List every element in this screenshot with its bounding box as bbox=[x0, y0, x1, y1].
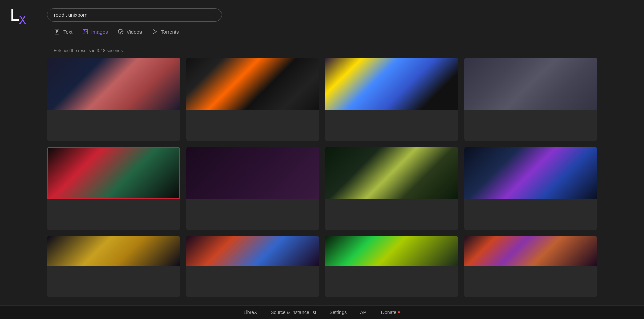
results-text: Fetched the results in 3.18 seconds bbox=[54, 48, 123, 53]
image-card-5[interactable] bbox=[47, 147, 180, 230]
tab-torrents-label: Torrents bbox=[161, 29, 179, 35]
image-card-4[interactable] bbox=[464, 58, 597, 141]
svg-point-7 bbox=[120, 31, 121, 33]
image-card-9[interactable] bbox=[47, 236, 180, 297]
tab-videos[interactable]: Videos bbox=[117, 28, 142, 37]
image-card-6[interactable] bbox=[186, 147, 319, 230]
image-icon bbox=[82, 28, 89, 35]
image-grid bbox=[0, 58, 644, 297]
search-bar bbox=[47, 8, 222, 22]
logo[interactable]: Lx bbox=[10, 6, 37, 24]
tab-images-label: Images bbox=[91, 29, 108, 35]
image-card-3[interactable] bbox=[325, 58, 458, 141]
header: Lx bbox=[0, 0, 644, 24]
image-thumbnail-1 bbox=[47, 58, 180, 110]
image-thumbnail-2 bbox=[186, 58, 319, 110]
footer-settings[interactable]: Settings bbox=[330, 310, 347, 315]
svg-marker-12 bbox=[153, 29, 157, 34]
tab-images[interactable]: Images bbox=[82, 28, 108, 37]
image-card-1[interactable] bbox=[47, 58, 180, 141]
logo-l: L bbox=[10, 5, 18, 25]
image-card-12[interactable] bbox=[464, 236, 597, 297]
image-card-7[interactable] bbox=[325, 147, 458, 230]
footer-donate[interactable]: Donate ♥ bbox=[381, 310, 400, 315]
image-card-2[interactable] bbox=[186, 58, 319, 141]
footer: LibreX Source & Instance list Settings A… bbox=[0, 305, 644, 319]
image-thumbnail-10 bbox=[186, 236, 319, 266]
image-thumbnail-9 bbox=[47, 236, 180, 266]
image-thumbnail-6 bbox=[186, 147, 319, 199]
footer-librex[interactable]: LibreX bbox=[244, 310, 257, 315]
footer-donate-label: Donate bbox=[381, 310, 396, 315]
footer-api[interactable]: API bbox=[360, 310, 368, 315]
heart-icon: ♥ bbox=[398, 310, 400, 315]
tab-videos-label: Videos bbox=[127, 29, 142, 35]
image-thumbnail-3 bbox=[325, 58, 458, 110]
image-thumbnail-4 bbox=[464, 58, 597, 110]
image-card-8[interactable] bbox=[464, 147, 597, 230]
image-thumbnail-8 bbox=[464, 147, 597, 199]
video-icon bbox=[117, 28, 124, 35]
image-card-10[interactable] bbox=[186, 236, 319, 297]
footer-source-instance[interactable]: Source & Instance list bbox=[271, 310, 316, 315]
image-thumbnail-11 bbox=[325, 236, 458, 266]
tab-bar: Text Images Videos bbox=[0, 24, 644, 37]
tab-text[interactable]: Text bbox=[54, 28, 73, 37]
tab-torrents[interactable]: Torrents bbox=[151, 28, 179, 37]
document-icon bbox=[54, 28, 61, 35]
results-info: Fetched the results in 3.18 seconds bbox=[0, 42, 644, 58]
image-thumbnail-12 bbox=[464, 236, 597, 266]
svg-point-5 bbox=[84, 30, 85, 31]
search-input[interactable] bbox=[47, 8, 222, 22]
torrent-icon bbox=[151, 28, 158, 35]
image-thumbnail-7 bbox=[325, 147, 458, 199]
image-thumbnail-5 bbox=[47, 147, 180, 199]
logo-x: x bbox=[19, 11, 25, 26]
tab-text-label: Text bbox=[63, 29, 73, 35]
image-card-11[interactable] bbox=[325, 236, 458, 297]
